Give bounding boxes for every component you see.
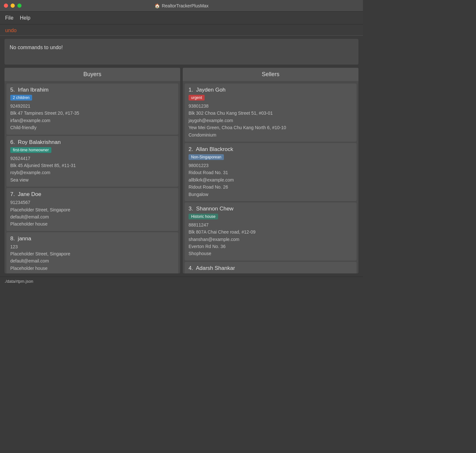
person-address: Placeholder Street, Singapore bbox=[10, 250, 174, 257]
menu-bar: File Help bbox=[0, 12, 363, 24]
person-name: 4. Adarsh Shankar bbox=[189, 265, 353, 271]
title-bar: 🏠 RealtorTrackerPlusMax bbox=[0, 0, 363, 12]
person-tag: urgent bbox=[189, 95, 205, 101]
list-item[interactable]: 2. Allan Blackrock Non-Singaporean 98001… bbox=[185, 143, 357, 201]
list-item[interactable]: 1. Jayden Goh urgent 93801238 Blk 302 Ch… bbox=[185, 84, 357, 142]
list-item[interactable]: 6. Roy Balakrishnan first-time homeowner… bbox=[6, 136, 178, 187]
person-property-type: Shophouse bbox=[189, 250, 353, 257]
sellers-list: 1. Jayden Goh urgent 93801238 Blk 302 Ch… bbox=[183, 81, 358, 273]
buyers-header: Buyers bbox=[4, 68, 180, 81]
status-text: ./data/rtpm.json bbox=[4, 279, 33, 284]
person-name: 6. Roy Balakrishnan bbox=[10, 139, 174, 146]
person-preference: Placeholder house bbox=[10, 220, 174, 227]
person-info: 88811247 Blk 807A Chai Chee road, #12-09… bbox=[189, 221, 353, 257]
person-email: irfan@example.com bbox=[10, 117, 174, 124]
person-tag: first-time homeowner bbox=[10, 147, 51, 153]
columns-wrapper: Buyers 5. Irfan Ibrahim 2 children 92492… bbox=[4, 68, 358, 273]
person-name: 3. Shannon Chew bbox=[189, 206, 353, 212]
list-item[interactable]: 4. Adarsh Shankar bbox=[185, 262, 357, 273]
person-current-address: Yew Mei Green, Choa Chu Kang North 6, #1… bbox=[189, 124, 353, 131]
person-name: 1. Jayden Goh bbox=[189, 87, 353, 93]
person-info: 92492021 Blk 47 Tampines Street 20, #17-… bbox=[10, 102, 174, 131]
sellers-header: Sellers bbox=[183, 68, 358, 81]
sellers-column: Sellers 1. Jayden Goh urgent 93801238 Bl… bbox=[183, 68, 358, 273]
list-item[interactable]: 8. janna 123 Placeholder Street, Singapo… bbox=[6, 232, 178, 273]
buyers-list: 5. Irfan Ibrahim 2 children 92492021 Blk… bbox=[4, 81, 180, 273]
person-email: default@email.com bbox=[10, 257, 174, 264]
person-address: Placeholder Street, Singapore bbox=[10, 206, 174, 213]
person-info: 92624417 Blk 45 Aljunied Street 85, #11-… bbox=[10, 155, 174, 184]
person-phone: 91234567 bbox=[10, 199, 174, 206]
person-phone: 98001223 bbox=[189, 162, 353, 169]
person-tag: Non-Singaporean bbox=[189, 154, 224, 160]
list-item[interactable]: 3. Shannon Chew Historic house 88811247 … bbox=[185, 202, 357, 261]
person-address: Blk 807A Chai Chee road, #12-09 bbox=[189, 228, 353, 235]
person-tag: 2 children bbox=[10, 95, 32, 101]
person-phone: 92492021 bbox=[10, 102, 174, 110]
person-current-address: Everton Rd No. 36 bbox=[189, 243, 353, 250]
person-name: 5. Irfan Ibrahim bbox=[10, 87, 174, 93]
message-box: No commands to undo! bbox=[4, 39, 358, 65]
person-preference: Sea view bbox=[10, 176, 174, 183]
undo-message: No commands to undo! bbox=[10, 45, 63, 50]
list-item[interactable]: 5. Irfan Ibrahim 2 children 92492021 Blk… bbox=[6, 84, 178, 135]
person-phone: 93801238 bbox=[189, 102, 353, 110]
app-icon: 🏠 bbox=[154, 3, 160, 8]
person-email: allblkrk@example.com bbox=[189, 176, 353, 183]
list-item[interactable]: 7. Jane Doe 91234567 Placeholder Street,… bbox=[6, 188, 178, 231]
buyers-column: Buyers 5. Irfan Ibrahim 2 children 92492… bbox=[4, 68, 180, 273]
menu-file[interactable]: File bbox=[5, 15, 13, 21]
person-name: 7. Jane Doe bbox=[10, 191, 174, 198]
person-property-type: Condominium bbox=[189, 131, 353, 138]
person-name: 8. janna bbox=[10, 235, 174, 242]
person-info: 93801238 Blk 302 Choa Chu Kang Street 51… bbox=[189, 102, 353, 138]
minimize-button[interactable] bbox=[11, 4, 15, 8]
person-preference: Placeholder house bbox=[10, 265, 174, 272]
person-preference: Child-friendly bbox=[10, 124, 174, 131]
undo-section: undo bbox=[0, 24, 363, 36]
menu-help[interactable]: Help bbox=[20, 15, 31, 21]
person-info: 123 Placeholder Street, Singapore defaul… bbox=[10, 243, 174, 272]
status-bar: ./data/rtpm.json bbox=[0, 277, 363, 286]
person-info: 91234567 Placeholder Street, Singapore d… bbox=[10, 199, 174, 228]
close-button[interactable] bbox=[4, 4, 8, 8]
person-info: 98001223 Ridout Road No. 31 allblkrk@exa… bbox=[189, 162, 353, 198]
person-phone: 123 bbox=[10, 243, 174, 250]
person-address: Blk 47 Tampines Street 20, #17-35 bbox=[10, 110, 174, 117]
person-phone: 88811247 bbox=[189, 221, 353, 228]
person-email: default@email.com bbox=[10, 213, 174, 220]
person-address: Ridout Road No. 31 bbox=[189, 169, 353, 176]
person-address: Blk 45 Aljunied Street 85, #11-31 bbox=[10, 162, 174, 169]
window-controls bbox=[4, 4, 22, 8]
undo-label[interactable]: undo bbox=[5, 28, 17, 33]
person-tag: Historic house bbox=[189, 214, 218, 219]
person-email: jaygoh@example.com bbox=[189, 117, 353, 124]
app-title: RealtorTrackerPlusMax bbox=[162, 3, 209, 8]
person-current-address: Ridout Road No. 26 bbox=[189, 183, 353, 191]
person-property-type: Bungalow bbox=[189, 191, 353, 198]
person-address: Blk 302 Choa Chu Kang Street 51, #03-01 bbox=[189, 110, 353, 117]
person-name: 2. Allan Blackrock bbox=[189, 146, 353, 153]
person-phone: 92624417 bbox=[10, 155, 174, 162]
person-email: royb@example.com bbox=[10, 169, 174, 176]
maximize-button[interactable] bbox=[17, 4, 22, 8]
person-email: shanshan@example.com bbox=[189, 236, 353, 243]
